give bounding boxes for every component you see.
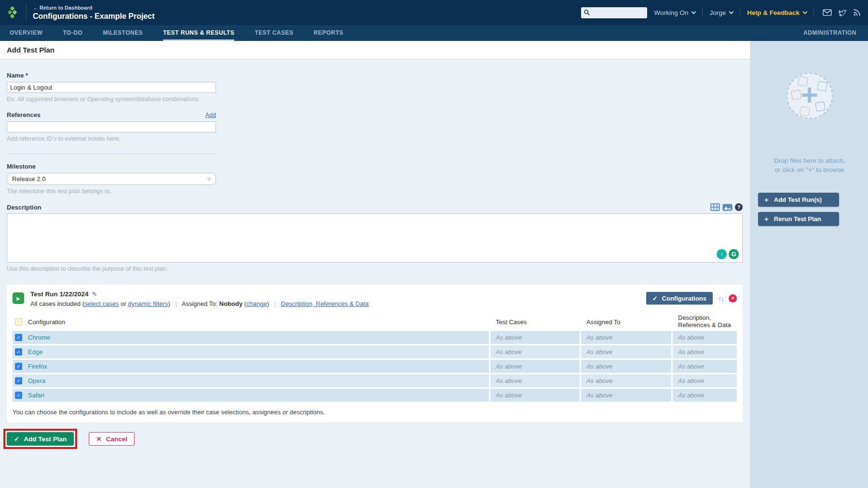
meta-separator: | xyxy=(175,300,176,307)
table-row: ✓Edge As above As above As above xyxy=(13,345,737,358)
test-run-play-icon: ▶ xyxy=(13,292,24,304)
row-checkbox[interactable]: ✓ xyxy=(15,334,22,341)
test-run-meta: All cases included (select cases or dyna… xyxy=(30,300,369,307)
assigned-to-cell: As above xyxy=(581,374,671,387)
reorder-arrows-icon[interactable]: ↑↓ xyxy=(718,294,723,303)
search-icon xyxy=(583,9,590,16)
edit-run-name-icon[interactable]: ✎ xyxy=(92,290,97,298)
assigned-to-cell: As above xyxy=(581,360,671,373)
rss-icon[interactable] xyxy=(853,9,861,16)
description-cell: As above xyxy=(673,389,737,402)
help-feedback-dropdown[interactable]: Help & Feedback xyxy=(747,9,807,16)
tab-overview[interactable]: OVERVIEW xyxy=(10,25,42,41)
row-checkbox[interactable]: ✓ xyxy=(15,392,22,399)
table-row: ✓Safari As above As above As above xyxy=(13,389,737,402)
return-to-dashboard-link[interactable]: ← Return to Dashboard xyxy=(33,5,154,11)
table-header-row: Configuration Test Cases Assigned To Des… xyxy=(13,314,737,330)
test-cases-cell: As above xyxy=(490,345,580,358)
row-checkbox[interactable]: ✓ xyxy=(15,363,22,370)
working-on-label: Working On xyxy=(654,9,688,16)
dropzone-caption-line1: Drop files here to attach, xyxy=(774,157,845,164)
configuration-link[interactable]: Chrome xyxy=(28,334,50,341)
check-icon: ✓ xyxy=(652,295,658,302)
tab-reports[interactable]: REPORTS xyxy=(314,25,344,41)
cancel-button[interactable]: ✕Cancel xyxy=(89,432,135,446)
working-on-dropdown[interactable]: Working On xyxy=(654,9,695,16)
references-input[interactable] xyxy=(7,121,216,132)
chevron-down-icon xyxy=(803,9,808,14)
name-hint-italic: All supported browsers or Operating syst… xyxy=(17,96,200,103)
search-input[interactable] xyxy=(590,9,643,16)
grammarly-suggestion-icon[interactable]: ↑ xyxy=(717,249,727,259)
test-cases-header: Test Cases xyxy=(490,314,580,330)
assigned-to-value: Nobody xyxy=(219,300,243,307)
help-feedback-label: Help & Feedback xyxy=(747,9,800,16)
configuration-link[interactable]: Edge xyxy=(28,348,42,356)
rerun-test-plan-button[interactable]: +Rerun Test Plan xyxy=(758,212,839,226)
add-test-runs-label: Add Test Run(s) xyxy=(774,196,822,203)
remove-run-icon[interactable]: ✕ xyxy=(729,294,737,303)
insert-table-icon[interactable] xyxy=(710,203,720,211)
configuration-link[interactable]: Opera xyxy=(28,377,45,384)
description-header: Description,References & Data xyxy=(673,314,737,330)
paren-text: ) xyxy=(267,300,269,307)
configuration-link[interactable]: Firefox xyxy=(28,363,47,370)
name-input[interactable] xyxy=(7,82,216,93)
test-run-title: Test Run 1/22/2024 xyxy=(30,290,89,298)
configuration-link[interactable]: Safari xyxy=(28,392,44,399)
dynamic-filters-link[interactable]: dynamic filters xyxy=(128,300,168,307)
testrail-logo[interactable] xyxy=(0,0,26,25)
header-divider xyxy=(26,4,27,21)
user-menu-dropdown[interactable]: Jorge xyxy=(709,9,733,16)
main-nav-tabbar: OVERVIEW TO-DO MILESTONES TEST RUNS & RE… xyxy=(0,25,868,41)
description-cell: As above xyxy=(673,360,737,373)
grammarly-icon[interactable]: G xyxy=(729,249,739,259)
name-label: Name * xyxy=(7,72,743,79)
tab-test-runs-results[interactable]: TEST RUNS & RESULTS xyxy=(163,25,234,41)
separator xyxy=(814,8,814,17)
add-test-runs-button[interactable]: +Add Test Run(s) xyxy=(758,193,839,207)
test-cases-cell: As above xyxy=(490,331,580,344)
change-assignee-link[interactable]: change xyxy=(246,300,267,307)
form-content: Name * Ex: All supported browsers or Ope… xyxy=(0,59,750,488)
dropzone-caption: Drop files here to attach, or click on "… xyxy=(774,157,845,175)
add-test-plan-label: Add Test Plan xyxy=(24,435,67,443)
description-label: Description xyxy=(7,204,41,211)
plus-icon: + xyxy=(764,196,769,204)
row-checkbox[interactable]: ✓ xyxy=(15,348,22,356)
select-dropdown-icon: ▽ xyxy=(207,177,211,182)
cases-included-text: All cases included ( xyxy=(30,300,84,307)
twitter-icon[interactable] xyxy=(838,9,847,16)
configurations-table: Configuration Test Cases Assigned To Des… xyxy=(13,314,737,402)
references-add-link[interactable]: Add xyxy=(205,112,216,119)
chevron-down-icon xyxy=(692,9,696,14)
tab-administration[interactable]: ADMINISTRATION xyxy=(803,25,856,41)
insert-image-icon[interactable]: + xyxy=(722,203,732,211)
select-all-checkbox[interactable] xyxy=(15,318,22,326)
tab-milestones[interactable]: MILESTONES xyxy=(103,25,143,41)
row-checkbox[interactable]: ✓ xyxy=(15,377,22,384)
search-box[interactable] xyxy=(581,7,647,18)
annotation-highlight-box: ✓Add Test Plan xyxy=(3,429,77,449)
add-test-plan-button[interactable]: ✓Add Test Plan xyxy=(7,432,74,446)
separator xyxy=(740,8,740,17)
file-type-chip-icon xyxy=(790,89,802,101)
help-icon[interactable]: ? xyxy=(735,203,743,211)
assigned-to-header: Assigned To xyxy=(581,314,671,330)
logo-diamonds-icon xyxy=(7,6,19,19)
name-hint-prefix: Ex: xyxy=(7,96,17,103)
description-cell: As above xyxy=(673,331,737,344)
tab-todo[interactable]: TO-DO xyxy=(63,25,82,41)
configuration-header: Configuration xyxy=(28,318,65,326)
tab-test-cases[interactable]: TEST CASES xyxy=(255,25,293,41)
select-cases-link[interactable]: select cases xyxy=(84,300,119,307)
milestone-select[interactable]: Release 2.0 ▽ xyxy=(7,173,216,185)
mail-icon[interactable] xyxy=(823,9,832,16)
rerun-test-plan-label: Rerun Test Plan xyxy=(774,215,821,223)
description-textarea[interactable]: ↑ G xyxy=(7,213,743,263)
cancel-label: Cancel xyxy=(106,435,127,443)
file-dropzone[interactable]: + xyxy=(787,73,833,119)
configurations-button[interactable]: ✓Configurations xyxy=(646,292,713,304)
description-references-data-link[interactable]: Description, References & Data xyxy=(281,300,369,307)
user-name-label: Jorge xyxy=(709,9,726,16)
